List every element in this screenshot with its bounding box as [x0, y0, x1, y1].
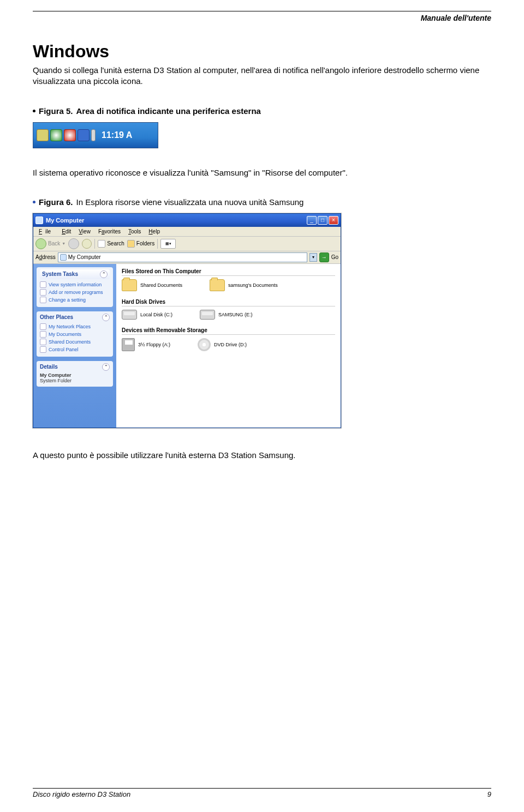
collapse-icon[interactable]: ⌃ [102, 363, 110, 371]
menu-favorites[interactable]: Favorites [95, 228, 124, 235]
search-button[interactable]: Search [98, 240, 124, 248]
tray-icon [91, 129, 96, 141]
sidebar: System Tasks ⌃ View system information A… [33, 264, 116, 428]
address-dropdown[interactable]: ▾ [309, 253, 317, 262]
network-icon [40, 323, 46, 330]
harddisk-icon [200, 310, 215, 320]
menu-tools[interactable]: Tools [125, 228, 144, 235]
add-remove-icon [40, 289, 46, 296]
drive-label: 3½ Floppy (A:) [138, 342, 170, 347]
maximize-button[interactable]: □ [318, 216, 327, 225]
back-label: Back [48, 240, 60, 246]
sidebar-link[interactable]: Change a setting [40, 296, 110, 304]
drive-label: DVD Drive (D:) [214, 342, 247, 347]
window-title: My Computer [46, 217, 307, 224]
menu-edit[interactable]: Edit [58, 228, 74, 235]
my-computer-icon [60, 254, 67, 261]
figure6-label: Figura 6. [39, 197, 73, 207]
minimize-button[interactable]: _ [307, 216, 317, 225]
dvd-icon [198, 338, 211, 351]
harddisk-icon [122, 310, 137, 320]
menubar: File Edit View Favorites Tools Help [33, 227, 341, 237]
back-icon [35, 238, 46, 249]
system-tasks-panel: System Tasks ⌃ View system information A… [37, 267, 113, 307]
figure6-caption-line: Figura 6. In Esplora risorse viene visua… [33, 197, 491, 207]
address-value: My Computer [68, 254, 101, 260]
sidebar-link[interactable]: Shared Documents [40, 338, 110, 346]
shared-documents[interactable]: Shared Documents [122, 279, 182, 291]
drive-label: Shared Documents [140, 282, 182, 288]
control-panel-icon [40, 346, 46, 353]
header-manual-title: Manuale dell'utente [33, 14, 491, 22]
go-label: Go [331, 254, 338, 260]
page-number: 9 [487, 790, 491, 798]
forward-button[interactable] [68, 238, 79, 249]
search-icon [98, 240, 105, 248]
local-disk-c[interactable]: Local Disk (C:) [122, 310, 172, 320]
panel-heading[interactable]: System Tasks ⌃ [40, 269, 110, 279]
header-rule [33, 11, 491, 11]
sidebar-link[interactable]: Control Panel [40, 346, 110, 353]
sidebar-link[interactable]: My Documents [40, 330, 110, 338]
main-pane: Files Stored on This Computer Shared Doc… [116, 264, 341, 428]
panel-heading[interactable]: Other Places ⌃ [40, 314, 110, 321]
address-label: Address [35, 254, 56, 260]
panel-title: Other Places [40, 314, 73, 320]
explorer-window: My Computer _ □ × File Edit View Favorit… [33, 213, 341, 428]
details-line2: System Folder [40, 378, 110, 383]
drive-label: samsung's Documents [228, 282, 278, 288]
panel-title: System Tasks [42, 271, 78, 277]
samsung-disk-e[interactable]: SAMSUNG (E:) [200, 310, 253, 320]
back-button[interactable]: Back ▼ [35, 238, 66, 249]
content-area: System Tasks ⌃ View system information A… [33, 264, 341, 428]
details-line1: My Computer [40, 372, 110, 378]
floppy-drive-a[interactable]: 3½ Floppy (A:) [122, 338, 170, 351]
intro-paragraph: Quando si collega l'unità esterna D3 Sta… [33, 65, 491, 87]
page-footer: Disco rigido esterno D3 Station 9 [33, 788, 491, 798]
views-button[interactable]: ▦▾ [160, 239, 176, 249]
separator [157, 239, 158, 249]
close-button[interactable]: × [329, 216, 338, 225]
safely-remove-icon [37, 129, 49, 141]
panel-heading[interactable]: Details ⌃ [40, 363, 110, 371]
section-files-stored: Files Stored on This Computer [122, 267, 335, 276]
settings-icon [40, 297, 46, 303]
floppy-icon [122, 338, 135, 351]
sidebar-link[interactable]: Add or remove programs [40, 288, 110, 296]
shield-icon [64, 129, 76, 141]
systray-clock: 11:19 A [102, 130, 132, 140]
folders-label: Folders [136, 240, 154, 246]
menu-help[interactable]: Help [145, 228, 163, 235]
details-panel: Details ⌃ My Computer System Folder [37, 361, 113, 387]
sidebar-link[interactable]: My Network Places [40, 323, 110, 330]
collapse-icon[interactable]: ⌃ [102, 314, 110, 321]
dvd-drive-d[interactable]: DVD Drive (D:) [198, 338, 247, 351]
figure5-caption: Area di notifica indicante una periferic… [76, 106, 261, 116]
my-computer-icon [35, 216, 43, 224]
figure5-caption-line: Figura 5. Area di notifica indicante una… [33, 106, 491, 116]
section-removable: Devices with Removable Storage [122, 326, 335, 335]
figure6-caption: In Esplora risorse viene visualizzata un… [76, 197, 304, 207]
bullet-icon [33, 110, 35, 112]
footer-left: Disco rigido esterno D3 Station [33, 790, 130, 798]
tray-icon [50, 129, 62, 141]
go-button[interactable]: → [319, 252, 329, 262]
menu-view[interactable]: View [75, 228, 94, 235]
drive-label: Local Disk (C:) [140, 312, 172, 317]
collapse-icon[interactable]: ⌃ [100, 270, 108, 278]
section-heading: Windows [33, 41, 491, 62]
info-icon [40, 281, 46, 288]
footer-rule [33, 788, 491, 789]
menu-file[interactable]: File [35, 228, 57, 235]
section-hard-disks: Hard Disk Drives [122, 298, 335, 306]
folders-button[interactable]: Folders [127, 240, 154, 248]
address-field[interactable]: My Computer [58, 252, 307, 262]
systray-figure: 11:19 A [33, 122, 158, 148]
user-documents[interactable]: samsung's Documents [210, 279, 278, 291]
figure5-label: Figura 5. [39, 106, 73, 116]
up-button[interactable] [82, 239, 92, 249]
sidebar-link[interactable]: View system information [40, 281, 110, 288]
documents-icon [40, 331, 46, 338]
search-label: Search [107, 240, 124, 246]
folder-icon [122, 279, 137, 291]
